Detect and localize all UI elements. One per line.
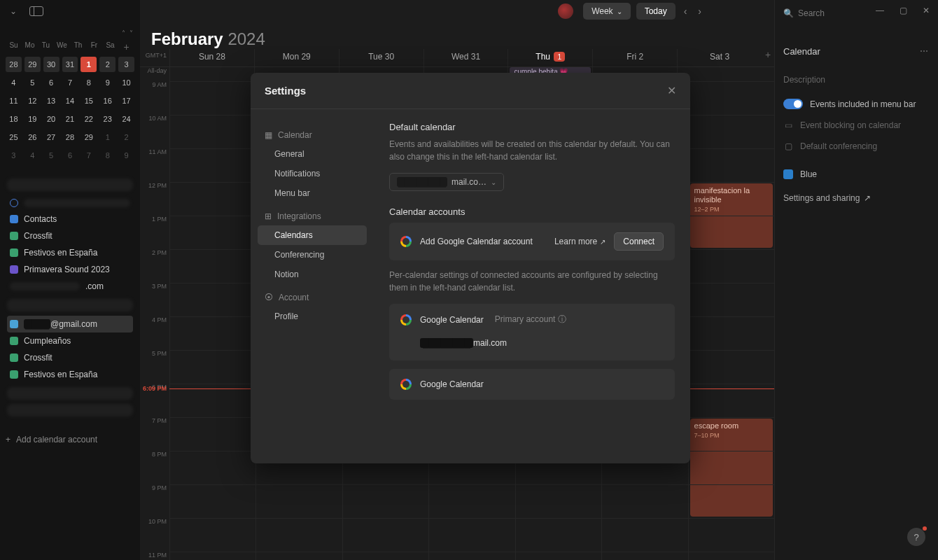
notification-dot-icon <box>923 526 927 531</box>
settings-modal-backdrop: Settings ✕ ▦Calendar General Notificatio… <box>0 0 938 560</box>
settings-modal: Settings ✕ ▦Calendar General Notificatio… <box>251 73 690 463</box>
scroll-down-icon[interactable]: ▼ <box>690 456 690 463</box>
add-google-panel: Add Google Calendar account Learn more ↗… <box>389 223 675 260</box>
learn-more-link[interactable]: Learn more ↗ <box>554 237 606 246</box>
nav-menubar[interactable]: Menu bar <box>258 183 367 203</box>
integrations-group-icon: ⊞ <box>265 211 272 221</box>
redacted-text: ████████ <box>397 177 447 187</box>
primary-account-label: Primary account ⓘ <box>495 314 566 326</box>
calendar-accounts-title: Calendar accounts <box>389 206 675 217</box>
nav-conferencing[interactable]: Conferencing <box>258 245 367 265</box>
nav-group-integrations: Integrations <box>277 211 321 221</box>
google-logo-icon <box>400 236 412 247</box>
nav-calendars[interactable]: Calendars <box>258 225 367 245</box>
default-calendar-email-suffix: mail.co… <box>451 177 486 187</box>
default-calendar-title: Default calendar <box>389 122 675 132</box>
settings-nav: ▦Calendar General Notifications Menu bar… <box>251 109 374 463</box>
chevron-down-icon: ⌄ <box>491 178 496 186</box>
google-calendar-label: Google Calendar <box>420 379 484 389</box>
google-logo-icon <box>400 314 412 326</box>
per-calendar-desc: Per-calendar settings of connected accou… <box>389 269 675 294</box>
nav-profile[interactable]: Profile <box>258 307 367 326</box>
external-link-icon: ↗ <box>600 238 606 246</box>
redacted-text: ████████ <box>420 338 473 348</box>
settings-title: Settings <box>265 85 306 97</box>
nav-group-calendar: Calendar <box>278 130 312 140</box>
settings-content: Default calendar Events and availabiliti… <box>374 109 690 463</box>
nav-general[interactable]: General <box>258 144 367 164</box>
default-calendar-select[interactable]: ████████mail.co… ⌄ <box>389 173 504 191</box>
account-group-icon: ⦿ <box>265 293 273 302</box>
google-calendar-label: Google Calendar <box>420 315 484 325</box>
google-account-primary[interactable]: Google Calendar Primary account ⓘ ██████… <box>389 304 675 360</box>
nav-notifications[interactable]: Notifications <box>258 164 367 183</box>
nav-group-account: Account <box>279 293 309 302</box>
close-icon[interactable]: ✕ <box>667 84 676 97</box>
info-icon: ⓘ <box>558 314 566 324</box>
help-button[interactable]: ? <box>907 528 925 546</box>
calendar-group-icon: ▦ <box>265 130 272 140</box>
account-email: ████████mail.com <box>420 338 664 348</box>
add-google-label: Add Google Calendar account <box>420 237 546 246</box>
learn-more-label: Learn more <box>554 237 597 246</box>
default-calendar-desc: Events and availabilities will be create… <box>389 138 675 163</box>
google-account-secondary[interactable]: Google Calendar <box>389 369 675 400</box>
google-logo-icon <box>400 379 412 390</box>
connect-button[interactable]: Connect <box>614 232 664 251</box>
nav-notion[interactable]: Notion <box>258 265 367 284</box>
